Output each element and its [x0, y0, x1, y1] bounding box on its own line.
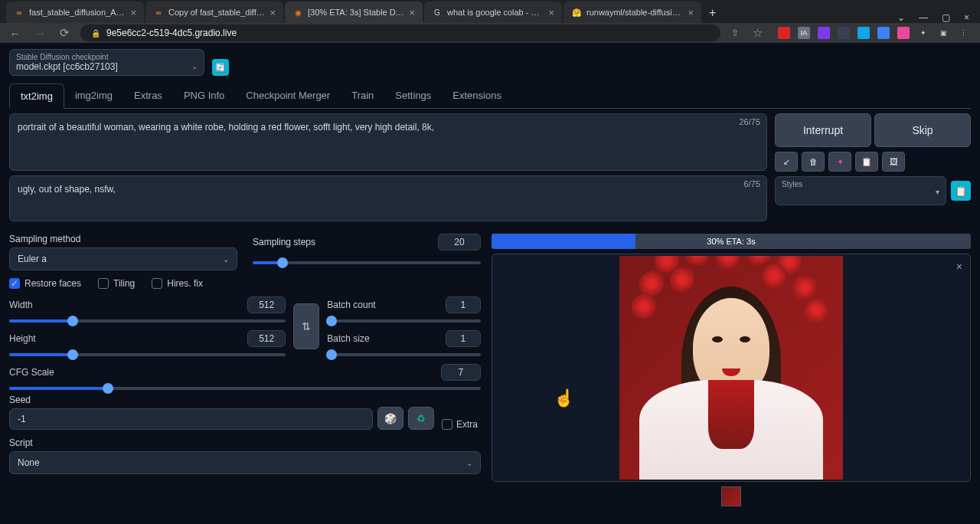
arrow-icon-button[interactable]: ↙ [775, 152, 798, 172]
browser-tab[interactable]: ∞ fast_stable_diffusion_AUTOMA × [6, 2, 144, 23]
browser-tab[interactable]: G what is google colab - Googl × [424, 2, 562, 23]
batch-count-slider[interactable] [327, 319, 481, 323]
browser-tab[interactable]: 🤗 runwayml/stable-diffusion-v1 × [564, 2, 701, 23]
cfg-value[interactable]: 7 [441, 364, 481, 381]
minimize-icon[interactable]: — [919, 12, 928, 23]
chevron-down-icon: ⌄ [191, 62, 198, 70]
tab-pnginfo[interactable]: PNG Info [173, 84, 235, 108]
ext-icon[interactable] [818, 27, 830, 39]
sampling-steps-label: Sampling steps [253, 237, 315, 247]
negative-prompt-input[interactable]: ugly, out of shape, nsfw, 6/75 [9, 175, 767, 221]
tab-extras[interactable]: Extras [123, 84, 173, 108]
height-value[interactable]: 512 [247, 330, 286, 347]
batch-count-label: Batch count [327, 300, 445, 310]
image-icon-button[interactable]: 🖼 [882, 152, 905, 172]
apply-styles-button[interactable]: 📋 [951, 181, 971, 201]
new-tab-button[interactable]: + [703, 3, 722, 23]
cfg-slider[interactable] [9, 387, 481, 390]
ext-icon[interactable] [838, 27, 850, 39]
trash-icon-button[interactable]: 🗑 [802, 152, 825, 172]
hires-fix-checkbox[interactable]: Hires. fix [152, 278, 203, 289]
refresh-checkpoint-button[interactable]: 🔄 [212, 59, 229, 76]
browser-tab[interactable]: ◉ [30% ETA: 3s] Stable Diffusion × [285, 2, 423, 23]
side-panel-icon[interactable]: ▣ [937, 27, 949, 39]
tiling-checkbox[interactable]: Tiling [98, 278, 135, 289]
infinity-icon: ∞ [153, 7, 164, 18]
close-icon[interactable]: × [270, 7, 276, 18]
prompt-input[interactable]: portrait of a beautiful woman, wearing a… [9, 113, 767, 171]
lock-icon: 🔒 [91, 29, 100, 38]
checkbox-icon [442, 419, 452, 430]
share-icon[interactable]: ⇧ [728, 26, 742, 40]
styles-select[interactable]: Styles ▾ [775, 176, 946, 205]
checkpoint-select[interactable]: Stable Diffusion checkpoint model.ckpt [… [9, 49, 204, 76]
wand-icon-button[interactable]: ✦ [828, 152, 851, 172]
close-icon[interactable]: × [688, 7, 694, 18]
reload-icon[interactable]: ⟳ [57, 25, 73, 41]
height-slider[interactable] [9, 353, 286, 356]
width-slider[interactable] [9, 319, 286, 323]
seed-input[interactable]: -1 [9, 408, 373, 430]
chevron-down-icon: ⌄ [466, 459, 472, 467]
thumbnail[interactable] [721, 486, 741, 506]
ext-icon[interactable]: IA [798, 27, 810, 39]
batch-size-slider[interactable] [327, 353, 481, 356]
star-icon[interactable]: ☆ [750, 25, 766, 41]
sampling-steps-value[interactable]: 20 [438, 234, 481, 251]
batch-size-value[interactable]: 1 [446, 330, 481, 347]
reuse-seed-button[interactable]: ♻ [408, 407, 434, 430]
random-seed-button[interactable]: 🎲 [377, 407, 403, 430]
menu-icon[interactable]: ⋮ [957, 27, 969, 39]
clipboard-icon-button[interactable]: 📋 [855, 152, 878, 172]
close-icon[interactable]: × [964, 12, 969, 23]
url-field[interactable]: 🔒 9e5e6cc2-c519-4dc5.gradio.live [80, 25, 720, 41]
close-icon[interactable]: × [409, 7, 415, 18]
ext-icon[interactable] [877, 27, 890, 39]
ext-icon[interactable] [778, 27, 790, 39]
tab-settings[interactable]: Settings [384, 84, 442, 108]
extra-checkbox[interactable]: Extra [439, 419, 481, 430]
app-tabs: txt2img img2img Extras PNG Info Checkpoi… [9, 84, 971, 109]
tab-txt2img[interactable]: txt2img [9, 84, 64, 109]
progress-bar: 30% ETA: 3s [492, 234, 971, 249]
infinity-icon: ∞ [14, 7, 24, 18]
dice-icon: 🎲 [384, 413, 397, 424]
sampling-method-value: Euler a [18, 254, 47, 264]
swap-dimensions-button[interactable]: ⇅ [293, 303, 319, 349]
clipboard-icon: 📋 [861, 157, 872, 167]
browser-tab[interactable]: ∞ Copy of fast_stable_diffusion × [145, 2, 283, 23]
window-controls: ⌄ — ▢ × [887, 12, 980, 23]
close-icon[interactable]: × [956, 260, 962, 273]
batch-count-value[interactable]: 1 [446, 296, 481, 313]
script-select[interactable]: None ⌄ [9, 451, 481, 474]
extension-icons: IA ✦ ▣ ⋮ [773, 27, 974, 39]
ext-icon[interactable] [897, 27, 910, 39]
tab-train[interactable]: Train [341, 84, 384, 108]
sampling-steps-slider[interactable] [253, 261, 481, 264]
tab-checkpoint-merger[interactable]: Checkpoint Merger [235, 84, 341, 108]
seed-value: -1 [18, 414, 26, 424]
maximize-icon[interactable]: ▢ [942, 12, 950, 23]
back-icon[interactable]: ← [6, 25, 24, 41]
forward-icon[interactable]: → [31, 25, 49, 41]
skip-button[interactable]: Skip [874, 113, 971, 147]
close-icon[interactable]: × [130, 7, 136, 18]
script-label: Script [9, 437, 481, 448]
tab-title: what is google colab - Googl [447, 8, 544, 17]
image-icon: 🖼 [890, 157, 898, 166]
extensions-icon[interactable]: ✦ [917, 27, 929, 39]
progress-text: 30% ETA: 3s [707, 237, 755, 246]
neg-prompt-text: ugly, out of shape, nsfw, [18, 184, 759, 195]
restore-faces-checkbox[interactable]: ✓ Restore faces [9, 278, 81, 289]
tab-img2img[interactable]: img2img [64, 84, 123, 108]
interrupt-button[interactable]: Interrupt [775, 113, 871, 147]
chevron-down-icon: ⌄ [223, 255, 229, 264]
sampling-method-select[interactable]: Euler a ⌄ [9, 247, 237, 270]
chevron-down-icon[interactable]: ⌄ [897, 12, 905, 23]
neg-token-count: 6/75 [744, 179, 760, 188]
close-icon[interactable]: × [548, 7, 554, 18]
tab-extensions[interactable]: Extensions [442, 84, 512, 108]
output-image[interactable] [619, 256, 843, 480]
width-value[interactable]: 512 [247, 296, 286, 313]
ext-icon[interactable] [858, 27, 870, 39]
